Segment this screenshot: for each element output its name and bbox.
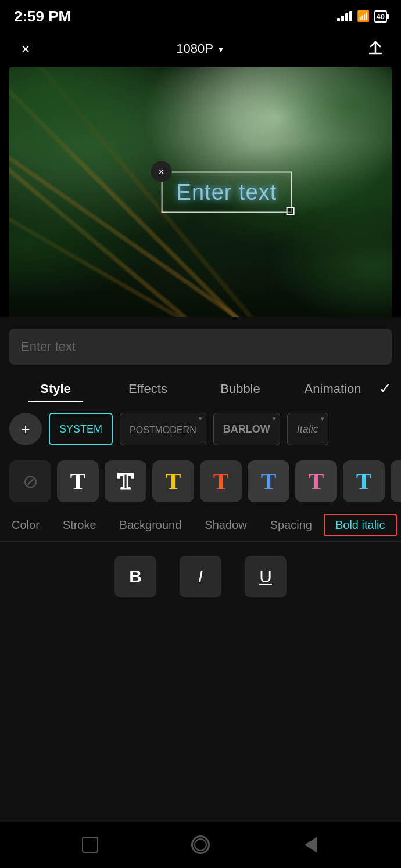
text-overlay[interactable]: × Enter text <box>162 172 292 213</box>
sub-tab-stroke[interactable]: Stroke <box>51 514 108 536</box>
resolution-selector[interactable]: 1080P ▼ <box>176 41 224 56</box>
status-icons: 📶 40 <box>337 10 387 23</box>
style-plain-button[interactable]: T <box>57 460 99 502</box>
style-none-button[interactable]: ⊘ <box>9 460 51 502</box>
status-bar: 2:59 PM 📶 40 <box>0 0 401 30</box>
nav-recent-button[interactable] <box>189 833 212 856</box>
upload-icon <box>367 41 384 57</box>
tab-effects[interactable]: Effects <box>102 377 194 401</box>
font-row: + SYSTEM ▼ POSTMODERN ▼ BARLOW ▼ Italic <box>0 402 401 456</box>
text-input-area[interactable]: Enter text <box>9 329 392 365</box>
chevron-down-icon: ▼ <box>217 45 225 54</box>
font-download-icon: ▼ <box>198 416 203 422</box>
confirm-button[interactable]: ✓ <box>379 375 392 402</box>
sub-tabs-row: Color Stroke Background Shadow Spacing B… <box>0 512 401 542</box>
sub-tab-spacing[interactable]: Spacing <box>259 514 324 536</box>
italic-button[interactable]: I <box>180 556 221 597</box>
style-yellow-button[interactable]: T <box>152 460 194 502</box>
add-font-button[interactable]: + <box>9 413 42 445</box>
style-red-button[interactable]: T <box>200 460 242 502</box>
sub-tab-background[interactable]: Background <box>108 514 194 536</box>
underline-button[interactable]: U <box>245 556 287 597</box>
style-green-button[interactable]: T <box>391 460 401 502</box>
bottom-panel: Enter text Style Effects Bubble Animatio… <box>0 317 401 868</box>
home-icon <box>82 837 98 853</box>
wifi-icon: 📶 <box>357 10 370 23</box>
delete-text-button[interactable]: × <box>151 161 172 182</box>
resize-handle[interactable] <box>286 207 294 215</box>
font-chip-barlow[interactable]: ▼ BARLOW <box>213 413 280 445</box>
overlay-text-display: Enter text <box>177 180 277 204</box>
style-cyan-button[interactable]: T <box>343 460 385 502</box>
battery-icon: 40 <box>374 10 387 23</box>
recent-icon <box>191 835 210 854</box>
font-chip-postmodern[interactable]: ▼ POSTMODERN <box>120 413 206 445</box>
style-icons-row: ⊘ T T T T T T T T <box>0 456 401 512</box>
sub-tab-shadow[interactable]: Shadow <box>193 514 258 536</box>
tab-style[interactable]: Style <box>9 377 102 401</box>
nav-back-button[interactable] <box>299 833 323 856</box>
bold-button[interactable]: B <box>114 556 156 597</box>
style-pink-button[interactable]: T <box>295 460 337 502</box>
format-row: B I U <box>0 542 401 611</box>
nav-home-button[interactable] <box>78 833 102 856</box>
style-outline-button[interactable]: T <box>105 460 146 502</box>
style-blue-button[interactable]: T <box>248 460 289 502</box>
text-input-placeholder: Enter text <box>21 339 76 354</box>
sub-tab-color[interactable]: Color <box>0 514 51 536</box>
navigation-bar <box>0 822 401 868</box>
font-chip-italic[interactable]: ▼ Italic <box>287 413 328 445</box>
back-icon <box>305 837 317 853</box>
top-bar: × 1080P ▼ <box>0 30 401 67</box>
tab-animation[interactable]: Animation <box>287 377 379 401</box>
signal-icon <box>337 11 352 21</box>
sub-tab-bold-italic[interactable]: Bold italic <box>324 514 397 536</box>
font-download-icon-2: ▼ <box>271 416 277 422</box>
status-time: 2:59 PM <box>14 8 71 26</box>
export-button[interactable] <box>364 37 387 60</box>
font-download-icon-3: ▼ <box>320 416 325 422</box>
tabs-row: Style Effects Bubble Animation ✓ <box>0 365 401 402</box>
tab-bubble[interactable]: Bubble <box>194 377 287 401</box>
font-chip-system[interactable]: SYSTEM <box>49 413 113 445</box>
text-box[interactable]: Enter text <box>162 172 292 213</box>
video-preview: × Enter text <box>9 67 392 317</box>
close-button[interactable]: × <box>14 37 37 60</box>
